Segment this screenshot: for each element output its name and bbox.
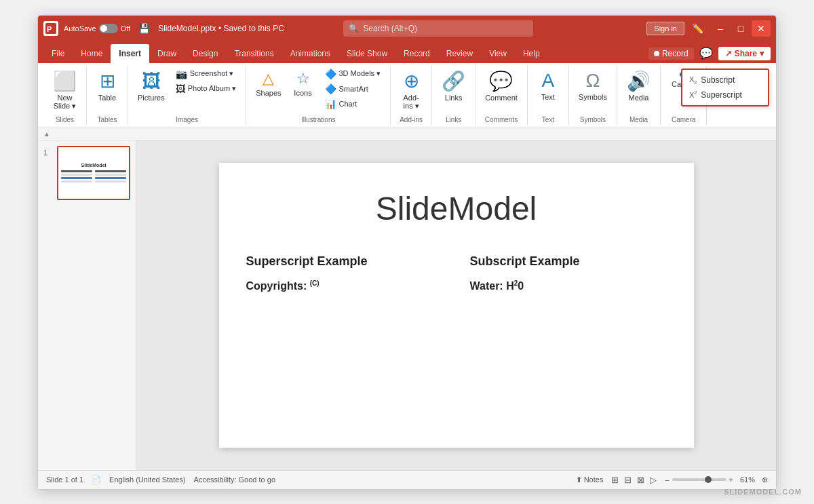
record-button[interactable]: Record xyxy=(648,47,694,60)
autosave-area: AutoSave Off xyxy=(64,24,130,33)
icons-label: Icons xyxy=(294,89,311,97)
tab-file[interactable]: File xyxy=(43,44,73,63)
zoom-level: 61% xyxy=(740,476,755,484)
text-button[interactable]: A Text xyxy=(533,67,563,104)
icons-icon: ☆ xyxy=(296,70,310,88)
save-icon[interactable]: 💾 xyxy=(138,23,150,34)
share-icon: ↗ xyxy=(725,49,732,58)
search-icon: 🔍 xyxy=(349,24,359,33)
search-input[interactable] xyxy=(363,24,528,33)
links-group: 🔗 Links Links xyxy=(432,66,476,125)
view-buttons: ⊞ ⊟ ⊠ ▷ xyxy=(610,473,658,486)
images-group: 🖼 Pictures 📷 Screenshot ▾ 🖼 Photo Album … xyxy=(128,66,246,125)
canvas-area: SlideModel Superscript Example Copyright… xyxy=(136,140,776,470)
zoom-minus-icon[interactable]: – xyxy=(665,476,669,484)
superscript-menu-item[interactable]: X2 Superscript xyxy=(682,88,768,102)
smartart-button[interactable]: 🔷 SmartArt xyxy=(321,82,385,96)
3d-models-button[interactable]: 🔷 3D Models ▾ xyxy=(321,67,385,81)
water-text: Water: H20 xyxy=(470,279,667,292)
tab-transitions[interactable]: Transitions xyxy=(226,44,282,63)
restore-button[interactable]: □ xyxy=(731,20,750,37)
addins-label: Add-ins xyxy=(400,115,423,123)
symbols-group: Ω Symbols Symbols xyxy=(569,66,617,125)
3d-models-icon: 🔷 xyxy=(325,69,336,79)
status-bar: Slide 1 of 1 📄 English (United States) A… xyxy=(38,470,776,489)
comments-label: Comments xyxy=(485,115,518,123)
tab-animations[interactable]: Animations xyxy=(282,44,338,63)
table-button[interactable]: ⊞ Table xyxy=(92,67,122,104)
addins-button[interactable]: ⊕ Add-ins ▾ xyxy=(396,67,426,113)
ribbon-tabs: File Home Insert Draw Design Transitions… xyxy=(38,41,776,63)
tab-view[interactable]: View xyxy=(481,44,515,63)
accessibility-label: Accessibility: Good to go xyxy=(194,476,275,484)
shapes-button[interactable]: △ Shapes xyxy=(252,67,285,100)
comment-label: Comment xyxy=(485,94,518,102)
screenshot-button[interactable]: 📷 Screenshot ▾ xyxy=(172,67,240,81)
tab-help[interactable]: Help xyxy=(515,44,548,63)
tab-record[interactable]: Record xyxy=(395,44,438,63)
slideshow-view-button[interactable]: ▷ xyxy=(648,473,658,486)
grid-view-button[interactable]: ⊟ xyxy=(623,473,633,486)
pen-icon[interactable]: ✏️ xyxy=(689,22,707,35)
comments-group: 💬 Comment Comments xyxy=(476,66,528,125)
zoom-track[interactable] xyxy=(672,478,726,481)
media-button[interactable]: 🔊 Media xyxy=(623,67,655,104)
text-label: Text xyxy=(541,93,555,101)
icons-button[interactable]: ☆ Icons xyxy=(288,67,318,100)
zoom-plus-icon[interactable]: + xyxy=(729,476,733,484)
tab-insert[interactable]: Insert xyxy=(111,44,149,63)
comment-icon-button[interactable]: 💬 xyxy=(699,47,713,60)
tab-review[interactable]: Review xyxy=(438,44,481,63)
slide-number: 1 xyxy=(43,146,53,157)
symbols-button[interactable]: Ω Symbols xyxy=(575,67,611,104)
collapse-arrow-icon[interactable]: ▲ xyxy=(43,130,50,138)
slide-thumbnail[interactable]: SlideModel xyxy=(57,146,130,200)
symbols-label: Symbols xyxy=(580,115,606,123)
fit-to-window-icon[interactable]: ⊕ xyxy=(762,476,768,484)
app-window: P AutoSave Off 💾 SlideModel.pptx • Saved… xyxy=(37,15,777,490)
thumb-line xyxy=(95,174,126,176)
water-end: 0 xyxy=(518,280,524,292)
table-label: Table xyxy=(98,94,116,102)
subscript-menu-item[interactable]: X2 Subscript xyxy=(682,73,768,88)
close-button[interactable]: ✕ xyxy=(752,20,771,37)
tab-draw[interactable]: Draw xyxy=(149,44,185,63)
pictures-button[interactable]: 🖼 Pictures xyxy=(134,67,169,104)
thumb-line xyxy=(95,170,126,172)
slide-info: Slide 1 of 1 xyxy=(46,476,83,484)
slide-canvas[interactable]: SlideModel Superscript Example Copyright… xyxy=(219,163,694,448)
tab-home[interactable]: Home xyxy=(73,44,111,63)
record-dot xyxy=(654,51,659,56)
new-slide-button[interactable]: ⬜ NewSlide ▾ xyxy=(49,67,81,113)
symbols-label: Symbols xyxy=(579,93,607,101)
comments-items: 💬 Comment xyxy=(481,67,522,113)
addins-group: ⊕ Add-ins ▾ Add-ins xyxy=(391,66,432,125)
normal-view-button[interactable]: ⊞ xyxy=(610,473,620,486)
title-bar: P AutoSave Off 💾 SlideModel.pptx • Saved… xyxy=(38,16,776,41)
thumb-title: SlideModel xyxy=(81,163,106,168)
new-slide-label: NewSlide ▾ xyxy=(54,94,77,111)
autosave-label: AutoSave xyxy=(64,24,96,33)
tab-slideshow[interactable]: Slide Show xyxy=(338,44,395,63)
links-button[interactable]: 🔗 Links xyxy=(438,67,469,104)
links-icon: 🔗 xyxy=(442,70,465,92)
notes-button[interactable]: ⬆ Notes xyxy=(576,476,604,484)
tab-design[interactable]: Design xyxy=(185,44,226,63)
comment-button[interactable]: 💬 Comment xyxy=(481,67,522,104)
autosave-toggle[interactable] xyxy=(99,24,118,33)
search-bar[interactable]: 🔍 xyxy=(343,20,533,37)
links-label: Links xyxy=(445,94,463,102)
text-label: Text xyxy=(542,115,554,123)
minimize-button[interactable]: – xyxy=(711,20,730,37)
status-bar-right: ⬆ Notes ⊞ ⊟ ⊠ ▷ – + 61% ⊕ xyxy=(576,473,768,486)
sign-in-button[interactable]: Sign in xyxy=(646,22,684,35)
reading-view-button[interactable]: ⊠ xyxy=(636,473,646,486)
photo-album-button[interactable]: 🖼 Photo Album ▾ xyxy=(172,82,240,96)
share-button[interactable]: ↗ Share ▾ xyxy=(718,47,771,60)
chart-button[interactable]: 📊 Chart xyxy=(321,97,385,111)
watermark: SLIDEMODEL.COM xyxy=(724,488,802,496)
thumb-line xyxy=(95,177,126,179)
copyright-label: Copyrights: xyxy=(246,280,307,292)
powerpoint-logo: P xyxy=(43,21,58,36)
scripts-popup: X2 Subscript X2 Superscript xyxy=(681,69,769,106)
